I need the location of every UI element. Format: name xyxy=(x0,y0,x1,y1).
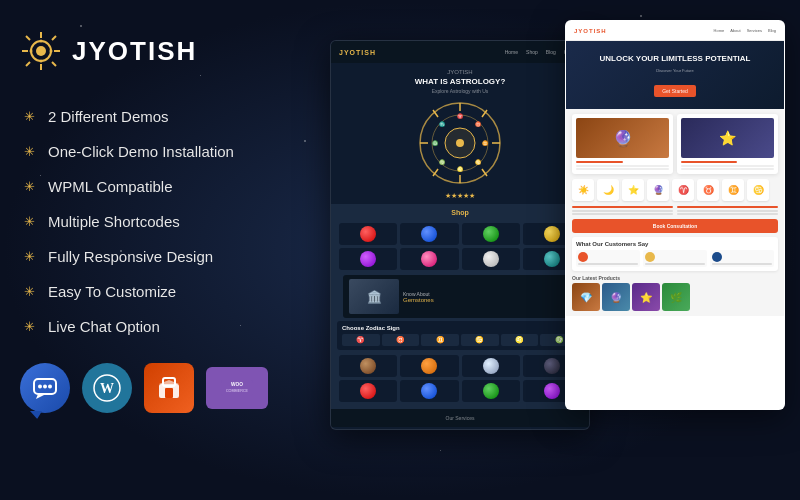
zodiac-aries: ♈ xyxy=(342,334,380,346)
ss-choose-zodiac: Choose Zodiac Sign ♈ ♉ ♊ ♋ ♌ ♍ xyxy=(337,321,583,350)
svg-line-9 xyxy=(26,62,30,66)
product-gem-6 xyxy=(400,248,458,270)
svg-point-12 xyxy=(40,60,43,63)
product-gem-11 xyxy=(462,355,520,377)
ss-icon-6: ♉ xyxy=(697,179,719,201)
ss-testimonial-items xyxy=(576,250,774,267)
svg-text:♉: ♉ xyxy=(475,121,482,128)
logo-text: JYOTISH xyxy=(72,36,197,67)
ss-link-col-1 xyxy=(572,206,673,215)
ss-light-nav-links: Home About Services Blog xyxy=(714,28,776,33)
ss-avatar-1 xyxy=(578,252,588,262)
feature-icon-4: ✳ xyxy=(20,215,38,228)
ss-link-bar-2 xyxy=(677,206,778,208)
ss-card-line-1 xyxy=(576,165,669,167)
chat-icon xyxy=(32,377,58,399)
feature-list: ✳ 2 Different Demos ✳ One-Click Demo Ins… xyxy=(20,100,310,343)
ss-dark-nav-shop: Shop xyxy=(526,49,538,55)
feature-icon-5: ✳ xyxy=(20,250,38,263)
feature-icon-2: ✳ xyxy=(20,145,38,158)
ss-card-line-2 xyxy=(576,168,669,170)
ss-product-strip-1: 💎 xyxy=(572,283,600,311)
zodiac-taurus: ♉ xyxy=(382,334,420,346)
zodiac-wheel: ♈ ♉ ♊ ♋ ♌ ♍ ♎ ♏ xyxy=(415,98,505,188)
ss-testimonials-title: What Our Customers Say xyxy=(576,241,774,247)
ss-icon-1: ☀️ xyxy=(572,179,594,201)
zodiac-cancer: ♋ xyxy=(461,334,499,346)
screenshot-dark-theme: JYOTISH Home Shop Blog Contact JYOTISH W… xyxy=(330,40,590,430)
product-gem-7 xyxy=(462,248,520,270)
ss-light-nav-blog: Blog xyxy=(768,28,776,33)
ss-card-bar-2 xyxy=(681,161,737,163)
svg-text:W: W xyxy=(100,381,114,396)
feature-item-5: ✳ Fully Responsive Design xyxy=(20,240,310,273)
ss-card-line-4 xyxy=(681,168,774,170)
ss-light-hero: UNLOCK YOUR LIMITLESS POTENTIAL Discover… xyxy=(566,41,784,109)
ss-dark-hero-sub: JYOTISH xyxy=(339,69,581,75)
ss-latest-products: Our Latest Products 💎 🔮 ⭐ 🌿 xyxy=(572,275,778,311)
ss-light-cta-button[interactable]: Get Started xyxy=(654,85,696,97)
feature-item-6: ✳ Easy To Customize xyxy=(20,275,310,308)
ss-link-line-2 xyxy=(572,213,673,215)
logo-icon xyxy=(20,30,62,72)
product-gem-5 xyxy=(339,248,397,270)
feature-label-5: Fully Responsive Design xyxy=(48,248,213,265)
feature-icon-6: ✳ xyxy=(20,285,38,298)
ss-product-strip-2: 🔮 xyxy=(602,283,630,311)
ss-banner-label: Know AboutGemstones xyxy=(403,291,434,303)
feature-label-7: Live Chat Option xyxy=(48,318,160,335)
svg-point-45 xyxy=(456,139,464,147)
ss-product-strip: 💎 🔮 ⭐ 🌿 xyxy=(572,283,778,311)
svg-text:♎: ♎ xyxy=(432,140,439,147)
woocommerce-badge: WOO COMMERCE xyxy=(206,367,268,409)
product-gem-3 xyxy=(462,223,520,245)
ss-content-card-2: ⭐ xyxy=(677,114,778,174)
svg-point-1 xyxy=(36,46,46,56)
ss-card-image-2: ⭐ xyxy=(681,118,774,158)
ss-dark-footer: Our Services xyxy=(331,409,589,427)
left-panel: JYOTISH ✳ 2 Different Demos ✳ One-Click … xyxy=(20,20,310,480)
feature-item-7: ✳ Live Chat Option xyxy=(20,310,310,343)
ss-icon-5: ♈ xyxy=(672,179,694,201)
ss-light-sub: Discover Your Future xyxy=(574,68,776,73)
ss-link-row xyxy=(572,206,778,215)
product-gem-13 xyxy=(339,380,397,402)
shopify-badge xyxy=(144,363,194,413)
svg-point-15 xyxy=(38,385,42,389)
ss-shop-banner: 🏛️ Know AboutGemstones xyxy=(343,275,577,318)
ss-testimonial-1 xyxy=(576,250,640,267)
feature-item-1: ✳ 2 Different Demos xyxy=(20,100,310,133)
svg-point-11 xyxy=(50,50,53,53)
svg-text:WOO: WOO xyxy=(231,382,243,387)
ss-light-headline: UNLOCK YOUR LIMITLESS POTENTIAL xyxy=(574,53,776,64)
ss-card-image-1: 🔮 xyxy=(576,118,669,158)
feature-item-2: ✳ One-Click Demo Installation xyxy=(20,135,310,168)
ss-t-line-3 xyxy=(712,263,772,265)
svg-point-16 xyxy=(43,385,47,389)
ss-product-grid-1 xyxy=(337,221,583,272)
ss-testimonial-2 xyxy=(643,250,707,267)
wordpress-badge: W xyxy=(82,363,132,413)
ss-dark-nav-home: Home xyxy=(505,49,518,55)
ss-dark-nav: JYOTISH Home Shop Blog Contact xyxy=(331,41,589,63)
ss-shop-section: Shop 🏛️ xyxy=(331,204,589,409)
feature-icon-3: ✳ xyxy=(20,180,38,193)
ss-icon-2: 🌙 xyxy=(597,179,619,201)
ss-cta-label: Book Consultation xyxy=(576,223,774,229)
feature-icon-7: ✳ xyxy=(20,320,38,333)
ss-product-grid-2 xyxy=(337,353,583,404)
ss-content-card-1: 🔮 xyxy=(572,114,673,174)
feature-item-4: ✳ Multiple Shortcodes xyxy=(20,205,310,238)
zodiac-leo: ♌ xyxy=(501,334,539,346)
ss-dark-hero-sub-text: Explore Astrology with Us xyxy=(339,88,581,94)
ss-dark-logo: JYOTISH xyxy=(339,49,376,56)
screenshot-light-theme: JYOTISH Home About Services Blog UNLOCK … xyxy=(565,20,785,410)
feature-item-3: ✳ WPML Compatible xyxy=(20,170,310,203)
feature-label-4: Multiple Shortcodes xyxy=(48,213,180,230)
product-gem-1 xyxy=(339,223,397,245)
zodiac-circle-svg: ♈ ♉ ♊ ♋ ♌ ♍ ♎ ♏ xyxy=(415,98,505,188)
ss-link-line-1 xyxy=(572,210,673,212)
wordpress-icon: W xyxy=(93,374,121,402)
ss-light-content: 🔮 ⭐ ☀️ 🌙 ⭐ xyxy=(566,109,784,316)
ss-shop-title: Shop xyxy=(337,209,583,216)
